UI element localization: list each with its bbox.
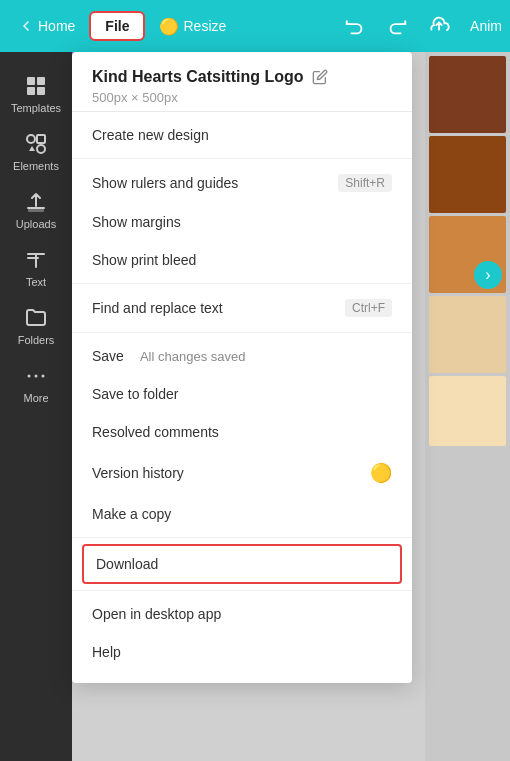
- templates-label: Templates: [11, 102, 61, 114]
- menu-item-resolved-comments[interactable]: Resolved comments: [72, 413, 412, 451]
- animate-label[interactable]: Anim: [462, 18, 502, 34]
- menu-item-download[interactable]: Download: [84, 546, 400, 582]
- more-icon: [24, 364, 48, 388]
- svg-point-8: [28, 375, 31, 378]
- sidebar-item-uploads[interactable]: Uploads: [0, 180, 72, 238]
- sidebar-item-elements[interactable]: Elements: [0, 122, 72, 180]
- elements-label: Elements: [13, 160, 59, 172]
- dropdown-section-6: Open in desktop app Help: [72, 591, 412, 675]
- menu-item-make-a-copy[interactable]: Make a copy: [72, 495, 412, 533]
- text-icon: [24, 248, 48, 272]
- menu-item-find-replace[interactable]: Find and replace text Ctrl+F: [72, 288, 412, 328]
- svg-point-10: [42, 375, 45, 378]
- svg-point-9: [35, 375, 38, 378]
- thumbnail-5[interactable]: [429, 376, 506, 446]
- dropdown-section-5: Download: [72, 538, 412, 591]
- sidebar-item-templates[interactable]: Templates: [0, 64, 72, 122]
- svg-rect-5: [37, 135, 45, 143]
- edit-title-icon[interactable]: [312, 69, 328, 85]
- dropdown-header: Kind Hearts Catsitting Logo 500px × 500p…: [72, 52, 412, 112]
- redo-button[interactable]: [378, 9, 416, 43]
- svg-point-4: [27, 135, 35, 143]
- dropdown-section-2: Show rulers and guides Shift+R Show marg…: [72, 159, 412, 284]
- topbar: Home File 🟡 Resize Anim: [0, 0, 510, 52]
- thumbnail-1[interactable]: [429, 56, 506, 133]
- menu-item-open-desktop[interactable]: Open in desktop app: [72, 595, 412, 633]
- uploads-icon: [24, 190, 48, 214]
- more-label: More: [23, 392, 48, 404]
- menu-item-version-history[interactable]: Version history 🟡: [72, 451, 412, 495]
- svg-rect-3: [37, 87, 45, 95]
- folders-label: Folders: [18, 334, 55, 346]
- chevron-left-icon: [18, 18, 34, 34]
- file-dropdown: Kind Hearts Catsitting Logo 500px × 500p…: [72, 52, 412, 683]
- undo-icon: [344, 15, 366, 37]
- menu-item-create-new-design[interactable]: Create new design: [72, 116, 412, 154]
- home-label: Home: [38, 18, 75, 34]
- cloud-upload-icon: [428, 15, 450, 37]
- resize-button[interactable]: 🟡 Resize: [149, 12, 236, 41]
- svg-rect-0: [27, 77, 35, 85]
- text-label: Text: [26, 276, 46, 288]
- sidebar-item-folders[interactable]: Folders: [0, 296, 72, 354]
- svg-point-6: [37, 145, 45, 153]
- file-button[interactable]: File: [89, 11, 145, 41]
- menu-item-show-rulers[interactable]: Show rulers and guides Shift+R: [72, 163, 412, 203]
- undo-button[interactable]: [336, 9, 374, 43]
- menu-item-show-margins[interactable]: Show margins: [72, 203, 412, 241]
- thumbnail-2[interactable]: [429, 136, 506, 213]
- sidebar-item-more[interactable]: More: [0, 354, 72, 412]
- upload-button[interactable]: [420, 9, 458, 43]
- menu-item-show-print-bleed[interactable]: Show print bleed: [72, 241, 412, 279]
- download-box: Download: [82, 544, 402, 584]
- dropdown-dimensions: 500px × 500px: [92, 90, 392, 105]
- svg-rect-7: [28, 208, 44, 212]
- menu-item-save-to-folder[interactable]: Save to folder: [72, 375, 412, 413]
- crown-icon: 🟡: [159, 17, 179, 36]
- svg-rect-1: [37, 77, 45, 85]
- dropdown-title: Kind Hearts Catsitting Logo: [92, 68, 392, 86]
- sidebar: Templates Elements Uploads Text Folders …: [0, 52, 72, 761]
- menu-item-help[interactable]: Help: [72, 633, 412, 671]
- svg-rect-2: [27, 87, 35, 95]
- sidebar-item-text[interactable]: Text: [0, 238, 72, 296]
- folder-icon: [24, 306, 48, 330]
- templates-icon: [24, 74, 48, 98]
- dropdown-section-1: Create new design: [72, 112, 412, 159]
- elements-icon: [24, 132, 48, 156]
- thumbnail-4[interactable]: [429, 296, 506, 373]
- thumbnail-3[interactable]: ›: [429, 216, 506, 293]
- thumbnail-strip: ›: [425, 52, 510, 761]
- menu-item-save[interactable]: Save All changes saved: [72, 337, 412, 375]
- home-button[interactable]: Home: [8, 12, 85, 40]
- dropdown-section-4: Save All changes saved Save to folder Re…: [72, 333, 412, 538]
- redo-icon: [386, 15, 408, 37]
- dropdown-section-3: Find and replace text Ctrl+F: [72, 284, 412, 333]
- uploads-label: Uploads: [16, 218, 56, 230]
